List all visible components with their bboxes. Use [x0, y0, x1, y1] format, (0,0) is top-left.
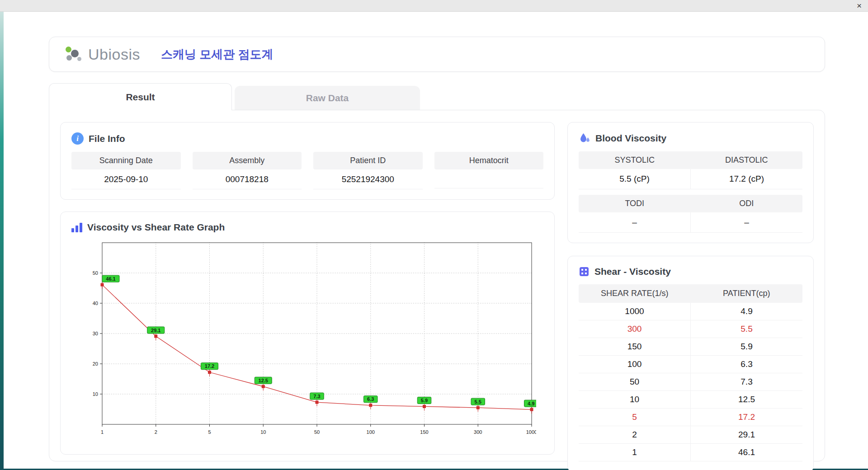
field-value: 52521924300 [313, 169, 423, 189]
patient-cell: 46.1 [691, 444, 802, 461]
svg-text:5: 5 [208, 429, 211, 435]
shear-rate-cell: 150 [579, 338, 691, 355]
shear-rate-cell: 1 [579, 444, 691, 461]
shear-viscosity-title: Shear - Viscosity [594, 266, 671, 277]
app-title: 스캐닝 모세관 점도계 [161, 47, 273, 62]
bv-label: DIASTOLIC [691, 151, 803, 169]
table-row: 146.1 [579, 444, 802, 461]
water-drop-icon [579, 132, 590, 144]
field-value [434, 169, 544, 188]
table-row: 10004.9 [579, 303, 802, 320]
bv-value: 5.5 (cP) [579, 169, 691, 189]
field-label: Assembly [193, 152, 302, 169]
grid-table-icon [579, 266, 590, 277]
svg-text:10: 10 [260, 429, 266, 435]
svg-text:5.9: 5.9 [421, 398, 428, 403]
desktop-background: × Ubiosis 스캐닝 모세관 점도계 Result Raw Data i … [0, 0, 868, 470]
app-header: Ubiosis 스캐닝 모세관 점도계 [49, 37, 825, 72]
svg-text:50: 50 [93, 270, 98, 276]
svg-text:6.3: 6.3 [367, 396, 374, 402]
svg-text:300: 300 [474, 429, 482, 435]
shear-table-header: SHEAR RATE(1/s) PATIENT(cp) [579, 284, 802, 303]
bv-value: – [691, 212, 802, 232]
table-row: 517.2 [579, 409, 802, 426]
info-icon: i [71, 132, 84, 145]
logo-dots-icon [65, 44, 84, 64]
svg-text:2: 2 [155, 429, 157, 435]
table-row: 1006.3 [579, 356, 802, 373]
patient-cell: 12.5 [691, 391, 802, 408]
svg-text:46.1: 46.1 [106, 276, 115, 282]
tab-bar: Result Raw Data [49, 83, 868, 110]
patient-column-header: PATIENT(cp) [691, 284, 803, 303]
file-info-field: Scanning Date2025-09-10 [71, 152, 181, 189]
file-info-field: Assembly000718218 [193, 152, 302, 189]
file-info-panel: i File Info Scanning Date2025-09-10Assem… [60, 122, 555, 200]
logo-text: Ubiosis [88, 46, 140, 63]
svg-text:20: 20 [93, 361, 98, 367]
bv-value: 17.2 (cP) [691, 169, 802, 189]
table-row: 1012.5 [579, 391, 802, 409]
patient-cell: 4.9 [691, 303, 802, 320]
field-value: 2025-09-10 [71, 169, 181, 189]
field-label: Hematocrit [434, 152, 544, 169]
shear-viscosity-title-row: Shear - Viscosity [579, 266, 802, 277]
svg-text:30: 30 [93, 331, 98, 336]
tab-result[interactable]: Result [49, 83, 232, 110]
field-label: Patient ID [313, 152, 423, 169]
svg-text:10: 10 [93, 391, 98, 397]
bv-value: – [579, 212, 691, 232]
shear-viscosity-rows: 10004.93005.51505.91006.3507.31012.5517.… [579, 303, 802, 461]
ubiosis-logo: Ubiosis [65, 44, 140, 64]
table-row: 507.3 [579, 373, 802, 391]
patient-cell: 7.3 [691, 373, 802, 390]
file-info-title-row: i File Info [71, 132, 543, 145]
bv-value-row: –– [579, 212, 802, 233]
file-info-title: File Info [89, 133, 125, 144]
result-content: i File Info Scanning Date2025-09-10Assem… [49, 110, 825, 461]
bv-label: ODI [691, 195, 803, 212]
close-icon[interactable]: × [857, 0, 862, 11]
table-row: 1505.9 [579, 338, 802, 356]
patient-cell: 6.3 [691, 356, 802, 373]
svg-text:7.3: 7.3 [313, 394, 320, 399]
svg-text:12.5: 12.5 [259, 378, 268, 383]
file-info-field: Patient ID52521924300 [313, 152, 423, 189]
viscosity-chart: 10203040501251050100150300100046.129.117… [80, 240, 536, 442]
blood-viscosity-panel: Blood Viscosity SYSTOLICDIASTOLIC5.5 (cP… [567, 122, 814, 243]
shear-rate-cell: 100 [579, 356, 691, 373]
svg-text:17.2: 17.2 [205, 363, 214, 369]
field-value: 000718218 [193, 169, 302, 189]
shear-rate-cell: 50 [579, 373, 691, 390]
graph-title: Viscosity vs Shear Rate Graph [87, 222, 225, 233]
file-info-field: Hematocrit [434, 152, 544, 189]
window-titlebar: × [0, 0, 868, 12]
blood-viscosity-title: Blood Viscosity [595, 133, 666, 144]
field-label: Scanning Date [71, 152, 181, 169]
svg-text:50: 50 [314, 429, 320, 435]
viscosity-graph-panel: Viscosity vs Shear Rate Graph 1020304050… [60, 212, 555, 455]
left-column: i File Info Scanning Date2025-09-10Assem… [60, 122, 555, 449]
shear-rate-cell: 1000 [579, 303, 691, 320]
shear-viscosity-panel: Shear - Viscosity SHEAR RATE(1/s) PATIEN… [567, 256, 814, 470]
table-row: 229.1 [579, 426, 802, 444]
svg-text:1000: 1000 [526, 429, 536, 435]
svg-text:5.5: 5.5 [475, 399, 481, 404]
bv-label: TODI [579, 195, 691, 212]
svg-text:1: 1 [101, 429, 104, 435]
shear-rate-cell: 10 [579, 391, 691, 408]
graph-title-row: Viscosity vs Shear Rate Graph [71, 222, 543, 233]
tab-raw-data[interactable]: Raw Data [235, 86, 420, 110]
bv-header-row: TODIODI [579, 195, 802, 212]
patient-cell: 29.1 [691, 426, 802, 443]
svg-text:40: 40 [93, 301, 98, 306]
chart-area: 10203040501251050100150300100046.129.117… [80, 240, 543, 444]
bv-label: SYSTOLIC [579, 151, 691, 169]
bv-header-row: SYSTOLICDIASTOLIC [579, 151, 802, 169]
shear-rate-cell: 5 [579, 409, 691, 426]
blood-viscosity-grid: SYSTOLICDIASTOLIC5.5 (cP)17.2 (cP)TODIOD… [579, 151, 802, 233]
bar-chart-icon [71, 222, 82, 232]
right-column: Blood Viscosity SYSTOLICDIASTOLIC5.5 (cP… [567, 122, 814, 449]
shear-rate-cell: 300 [579, 320, 691, 338]
table-row: 3005.5 [579, 320, 802, 338]
